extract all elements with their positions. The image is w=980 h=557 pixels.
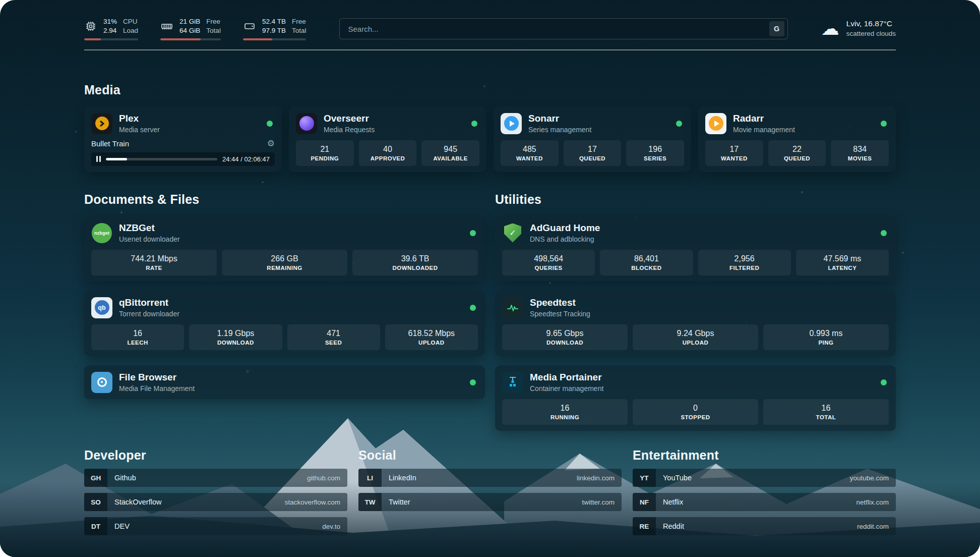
media-card-row: Plex Media server Bullet Train ⚙ 24:44 /… (84, 106, 896, 172)
app-subtitle-nzbget: Usenet downloader (119, 235, 463, 244)
app-subtitle-radarr: Movie management (733, 125, 874, 134)
app-subtitle-sonarr: Series management (528, 125, 669, 134)
section-title-developer: Developer (84, 448, 347, 463)
search-provider-button[interactable]: G (769, 21, 784, 36)
disk-total-value: 97.9 TB (262, 26, 286, 35)
stat-running: 16 RUNNING (502, 399, 628, 425)
stat-seed: 471 SEED (287, 324, 380, 350)
developer-column: Developer GH Github github.com SO StackO… (84, 431, 347, 535)
memory-total-label: Total (206, 26, 221, 35)
app-card-overseerr[interactable]: Overseerr Media Requests 21 PENDING 40 A… (289, 106, 486, 172)
app-name-radarr: Radarr (733, 113, 874, 125)
search-input[interactable] (348, 25, 769, 33)
app-card-plex[interactable]: Plex Media server Bullet Train ⚙ 24:44 /… (84, 106, 282, 172)
stat-wanted: 17 WANTED (705, 140, 763, 166)
stat-available: 945 AVAILABLE (421, 140, 479, 166)
documents-files-column: Documents & Files nzbget NZBGet Usenet d… (84, 172, 485, 431)
bookmark-linkedin[interactable]: LI LinkedIn linkedin.com (358, 469, 622, 487)
bookmark-twitter[interactable]: TW Twitter twitter.com (358, 493, 622, 511)
youtube-icon: YT (633, 469, 656, 487)
cpu-widget: 31% 2.94 CPU Load (84, 17, 138, 40)
memory-total-value: 64 GiB (179, 26, 200, 35)
section-title-files: Documents & Files (84, 192, 485, 207)
dashboard-frame: 31% 2.94 CPU Load (0, 0, 980, 557)
dev-icon: DT (84, 517, 107, 535)
status-dot-filebrowser (470, 379, 476, 385)
disk-free-value: 52.4 TB (262, 17, 286, 26)
status-dot-plex (267, 121, 273, 127)
memory-usage-bar (160, 38, 221, 40)
load-label: Load (123, 26, 138, 35)
nzbget-icon: nzbget (91, 222, 112, 244)
now-playing-title: Bullet Train (91, 139, 267, 148)
app-card-filebrowser[interactable]: File Browser Media File Management (84, 365, 485, 399)
memory-free-label: Free (206, 17, 221, 26)
app-subtitle-speedtest: Speedtest Tracking (530, 309, 889, 318)
reddit-icon: RE (633, 517, 656, 535)
weather-widget: ☁ Lviv, 16.87°C scattered clouds (821, 19, 896, 38)
app-card-nzbget[interactable]: nzbget NZBGet Usenet downloader 744.21 M… (84, 216, 485, 282)
app-card-speedtest[interactable]: Speedtest Speedtest Tracking 9.65 Gbps D… (495, 291, 896, 356)
bookmark-github[interactable]: GH Github github.com (84, 469, 347, 487)
bookmark-youtube[interactable]: YT YouTube youtube.com (633, 469, 896, 487)
stat-rate: 744.21 Mbps RATE (91, 250, 217, 275)
app-subtitle-adguard: DNS and adblocking (530, 235, 874, 244)
disk-total-label: Total (292, 26, 307, 35)
app-subtitle-overseerr: Media Requests (324, 125, 465, 134)
disk-drive-icon (243, 20, 256, 33)
gear-icon[interactable]: ⚙ (267, 139, 275, 148)
github-icon: GH (84, 469, 107, 487)
app-subtitle-qbittorrent: Torrent downloader (119, 309, 463, 318)
section-title-media: Media (84, 83, 896, 97)
app-name-adguard: AdGuard Home (530, 222, 874, 235)
stat-total: 16 TOTAL (763, 399, 889, 425)
stat-upload: 9.24 Gbps UPLOAD (633, 324, 758, 350)
status-dot-portainer (881, 379, 887, 385)
app-subtitle-plex: Media server (119, 125, 260, 134)
memory-free-value: 21 GiB (179, 17, 200, 26)
cpu-label: CPU (123, 17, 138, 26)
stat-series: 196 SERIES (626, 140, 684, 166)
radarr-icon (705, 113, 726, 134)
top-bar: 31% 2.94 CPU Load (84, 17, 896, 40)
cpu-usage-bar (84, 38, 138, 40)
cloud-icon: ☁ (821, 20, 839, 38)
stat-downloaded: 39.6 TB DOWNLOADED (352, 250, 478, 275)
app-subtitle-filebrowser: Media File Management (119, 384, 463, 393)
bookmark-stackoverflow[interactable]: SO StackOverflow stackoverflow.com (84, 493, 347, 511)
app-card-sonarr[interactable]: Sonarr Series management 485 WANTED 17 Q… (494, 106, 691, 172)
app-card-portainer[interactable]: Media Portainer Container management 16 … (495, 365, 896, 431)
bookmark-reddit[interactable]: RE Reddit reddit.com (633, 517, 896, 535)
weather-condition: scattered clouds (846, 29, 896, 38)
twitter-icon: TW (358, 493, 382, 511)
cpu-load-value: 2.94 (103, 26, 117, 35)
stat-download: 1.19 Gbps DOWNLOAD (189, 324, 282, 350)
app-subtitle-portainer: Container management (530, 384, 874, 393)
app-card-adguard[interactable]: ✓ AdGuard Home DNS and adblocking 498,56… (495, 216, 896, 282)
bookmark-dev[interactable]: DT DEV dev.to (84, 517, 347, 535)
status-dot-adguard (881, 230, 887, 236)
app-card-radarr[interactable]: Radarr Movie management 17 WANTED 22 QUE… (698, 106, 896, 172)
pause-button[interactable] (96, 156, 101, 162)
app-card-qbittorrent[interactable]: qb qBittorrent Torrent downloader 16 LEE… (84, 291, 485, 356)
topbar-divider (84, 49, 896, 50)
cpu-usage-value: 31% (103, 17, 117, 26)
weather-location-temp: Lviv, 16.87°C (846, 19, 896, 29)
progress-track[interactable] (106, 158, 217, 160)
stat-ping: 0.993 ms PING (763, 324, 889, 350)
stat-queued: 22 QUEUED (768, 140, 826, 166)
app-name-plex: Plex (119, 113, 260, 125)
stat-pending: 21 PENDING (296, 140, 354, 166)
social-column: Social LI LinkedIn linkedin.com TW Twitt… (358, 431, 622, 535)
bookmark-netflix[interactable]: NF Netflix netflix.com (633, 493, 896, 511)
stat-download: 9.65 Gbps DOWNLOAD (502, 324, 628, 350)
section-title-utilities: Utilities (495, 192, 896, 207)
playback-progress-bar[interactable]: 24:44 / 02:06:47 (91, 152, 275, 166)
linkedin-icon: LI (358, 469, 382, 487)
stat-wanted: 485 WANTED (501, 140, 559, 166)
disk-widget: 52.4 TB 97.9 TB Free Total (243, 17, 307, 40)
app-name-overseerr: Overseerr (324, 113, 465, 125)
search-bar[interactable]: G (339, 18, 787, 39)
netflix-icon: NF (633, 493, 656, 511)
stat-upload: 618.52 Mbps UPLOAD (385, 324, 478, 350)
